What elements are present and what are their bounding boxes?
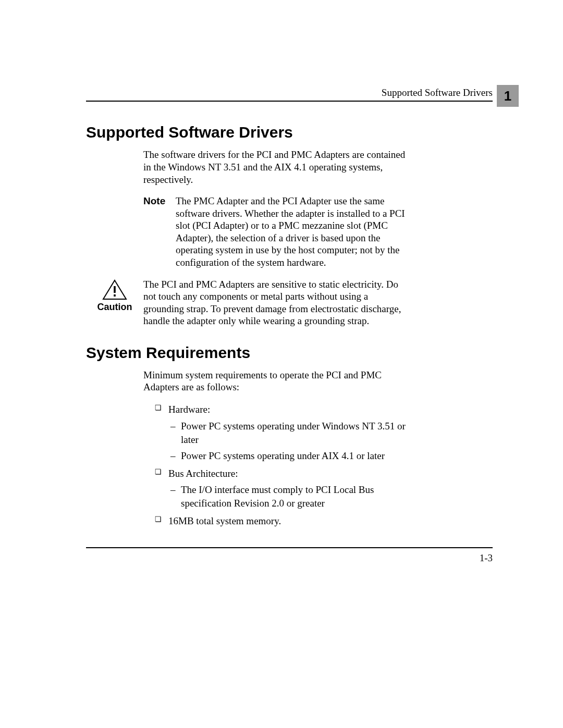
section2-body: Minimum system requirements to operate t… — [143, 369, 409, 528]
list-item-label: 16MB total system memory. — [168, 515, 281, 526]
section2: System Requirements Minimum system requi… — [86, 344, 493, 528]
page-number: 1-3 — [480, 552, 493, 563]
sub-list: Power PC systems operating under Windows… — [168, 419, 409, 463]
list-item-label: Bus Architecture: — [168, 468, 238, 479]
caution-block: Caution The PCI and PMC Adapters are sen… — [86, 278, 409, 327]
section-heading-drivers: Supported Software Drivers — [86, 124, 493, 141]
page: Supported Software Drivers 1 Supported S… — [0, 0, 563, 728]
section-heading-requirements: System Requirements — [86, 344, 493, 362]
section2-intro: Minimum system requirements to operate t… — [143, 369, 409, 394]
note-block: Note The PMC Adapter and the PCI Adapter… — [143, 195, 409, 268]
list-item: Bus Architecture: The I/O interface must… — [155, 467, 409, 510]
caution-text: The PCI and PMC Adapters are sensitive t… — [143, 278, 409, 327]
sub-list-item: Power PC systems operating under Windows… — [168, 419, 409, 446]
note-label: Note — [143, 195, 176, 268]
sub-list-item: Power PC systems operating under AIX 4.1… — [168, 449, 409, 463]
chapter-number-badge: 1 — [497, 85, 519, 107]
caution-triangle-icon — [102, 279, 127, 300]
sub-list-item: The I/O interface must comply to PCI Loc… — [168, 483, 409, 510]
requirements-list: Hardware: Power PC systems operating und… — [143, 403, 409, 527]
list-item: Hardware: Power PC systems operating und… — [155, 403, 409, 463]
header-rule: Supported Software Drivers 1 — [86, 86, 493, 102]
sub-list: The I/O interface must comply to PCI Loc… — [168, 483, 409, 510]
caution-label-col: Caution — [86, 278, 143, 313]
caution-label: Caution — [97, 301, 132, 313]
page-footer: 1-3 — [86, 547, 493, 564]
section1-intro: The software drivers for the PCI and PMC… — [143, 149, 409, 186]
list-item: 16MB total system memory. — [155, 514, 409, 528]
list-item-label: Hardware: — [168, 404, 210, 415]
running-header: Supported Software Drivers — [382, 87, 493, 98]
svg-rect-2 — [114, 294, 116, 297]
svg-rect-1 — [114, 286, 116, 293]
main-content: Supported Software Drivers The software … — [86, 102, 493, 527]
note-text: The PMC Adapter and the PCI Adapter use … — [176, 195, 409, 268]
section1-body: The software drivers for the PCI and PMC… — [143, 149, 409, 327]
